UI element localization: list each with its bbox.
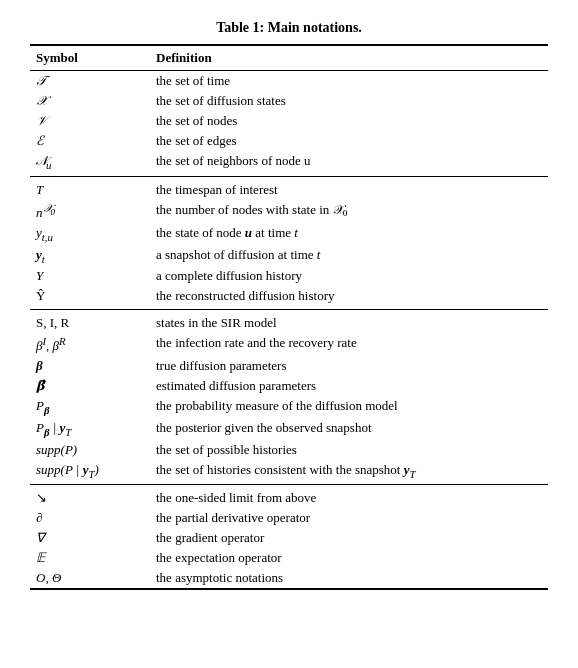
definition-cell: the asymptotic notations [150,568,548,589]
table-row: Pβ | yTthe posterior given the observed … [30,418,548,440]
symbol-cell: ↘ [30,485,150,509]
table-row: S, I, Rstates in the SIR model [30,310,548,334]
symbol-cell: ∇ [30,528,150,548]
definition-cell: true diffusion parameters [150,356,548,376]
definition-cell: the set of edges [150,131,548,151]
table-header-row: Symbol Definition [30,45,548,71]
symbol-cell: β̂ [30,376,150,396]
table-row: yta snapshot of diffusion at time t [30,245,548,267]
symbol-cell: 𝒩u [30,151,150,176]
table-row: Ŷthe reconstructed diffusion history [30,286,548,310]
symbol-cell: O, Θ [30,568,150,589]
table-row: ∇the gradient operator [30,528,548,548]
table-row: supp(P | yT)the set of histories consist… [30,460,548,485]
symbol-cell: βI, βR [30,333,150,356]
table-row: βI, βRthe infection rate and the recover… [30,333,548,356]
symbol-cell: T [30,176,150,200]
definition-cell: the state of node u at time t [150,223,548,245]
definition-cell: the partial derivative operator [150,508,548,528]
definition-cell: the set of nodes [150,111,548,131]
symbol-header: Symbol [30,45,150,71]
table-row: ↘the one-sided limit from above [30,485,548,509]
definition-cell: the posterior given the observed snapsho… [150,418,548,440]
definition-cell: the gradient operator [150,528,548,548]
definition-header: Definition [150,45,548,71]
symbol-cell: 𝔼 [30,548,150,568]
symbol-cell: β [30,356,150,376]
table-row: 𝒱the set of nodes [30,111,548,131]
definition-cell: the expectation operator [150,548,548,568]
definition-cell: the probability measure of the diffusion… [150,396,548,418]
table-row: βtrue diffusion parameters [30,356,548,376]
symbol-cell: S, I, R [30,310,150,334]
symbol-cell: 𝒱 [30,111,150,131]
definition-cell: the set of time [150,71,548,92]
symbol-cell: Ŷ [30,286,150,310]
symbol-cell: Y [30,266,150,286]
table-row: ℰthe set of edges [30,131,548,151]
table-row: O, Θthe asymptotic notations [30,568,548,589]
symbol-cell: ∂ [30,508,150,528]
definition-cell: the set of histories consistent with the… [150,460,548,485]
table-row: 𝔼the expectation operator [30,548,548,568]
table-row: yt,uthe state of node u at time t [30,223,548,245]
symbol-cell: supp(P | yT) [30,460,150,485]
definition-cell: estimated diffusion parameters [150,376,548,396]
definition-cell: the reconstructed diffusion history [150,286,548,310]
symbol-cell: 𝒳 [30,91,150,111]
table-row: ∂the partial derivative operator [30,508,548,528]
table-row: β̂estimated diffusion parameters [30,376,548,396]
table-row: n𝒳0the number of nodes with state in 𝒳₀ [30,200,548,223]
main-table: Symbol Definition 𝒯the set of time𝒳the s… [30,44,548,590]
definition-cell: the set of neighbors of node u [150,151,548,176]
table-row: 𝒯the set of time [30,71,548,92]
definition-cell: a complete diffusion history [150,266,548,286]
definition-cell: the one-sided limit from above [150,485,548,509]
table-title: Table 1: Main notations. [30,20,548,36]
definition-cell: a snapshot of diffusion at time t [150,245,548,267]
table-row: 𝒩uthe set of neighbors of node u [30,151,548,176]
symbol-cell: Pβ [30,396,150,418]
symbol-cell: supp(P) [30,440,150,460]
symbol-cell: 𝒯 [30,71,150,92]
symbol-cell: yt [30,245,150,267]
definition-cell: states in the SIR model [150,310,548,334]
definition-cell: the number of nodes with state in 𝒳₀ [150,200,548,223]
symbol-cell: ℰ [30,131,150,151]
definition-cell: the timespan of interest [150,176,548,200]
definition-cell: the infection rate and the recovery rate [150,333,548,356]
table-row: Ya complete diffusion history [30,266,548,286]
definition-cell: the set of diffusion states [150,91,548,111]
table-row: Tthe timespan of interest [30,176,548,200]
table-row: supp(P)the set of possible histories [30,440,548,460]
definition-cell: the set of possible histories [150,440,548,460]
symbol-cell: n𝒳0 [30,200,150,223]
table-row: Pβthe probability measure of the diffusi… [30,396,548,418]
symbol-cell: Pβ | yT [30,418,150,440]
symbol-cell: yt,u [30,223,150,245]
table-row: 𝒳the set of diffusion states [30,91,548,111]
